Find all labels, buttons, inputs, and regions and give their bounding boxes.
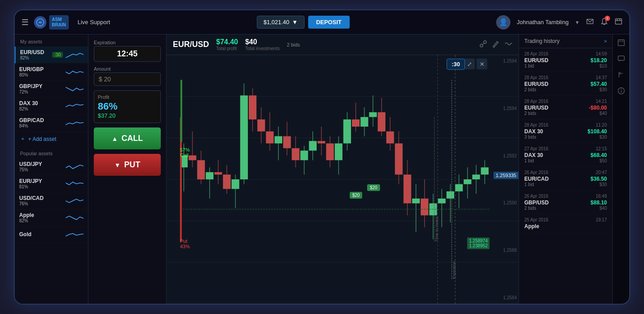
draw-icon[interactable] [492,40,500,50]
balance-value: $1,021.40 [263,19,289,25]
messages-icon[interactable] [586,17,594,27]
sidebar-item-eurgbp[interactable]: EUR/GBP 80% [15,64,88,81]
asset-info: Apple 82% [19,212,63,223]
history-time-val: 14:21 [596,99,607,104]
svg-line-8 [481,43,485,44]
asset-pct: 82% [20,55,52,60]
history-pair-7: Apple [524,223,539,229]
header-center: $1,021.40 ▼ DEPOSIT [110,16,496,29]
trading-history-link[interactable]: > [604,38,607,44]
asset-sparkline [66,212,84,223]
user-name[interactable]: Johnathan Tambling [517,19,569,25]
invest-price-1: 1.258974 [469,238,488,243]
calendar-icon[interactable] [618,39,625,48]
deposit-button[interactable]: DEPOSIT [308,16,350,29]
live-support-label[interactable]: Live Support [78,19,110,25]
svg-point-6 [480,44,483,47]
chart-canvas[interactable]: ⤢ ✕ :30 1.2594 1.2594 1.2592 1.2590 1.25… [167,55,519,304]
wave-icon[interactable] [504,40,512,50]
history-date-val: 28 Apr 2016 [524,75,548,80]
main: My assets EUR/USD 82% :30 EUR/GBP 80% [15,34,629,304]
asset-name: GBP/JPY [19,83,63,89]
trading-history-title: Trading history [524,38,560,44]
info-icon[interactable] [618,87,625,96]
notifications-icon[interactable]: 1 [600,17,608,27]
asset-pct: 75% [19,167,63,172]
history-bids-1: 2 bids [524,87,548,92]
sidebar: My assets EUR/USD 82% :30 EUR/GBP 80% [15,34,88,304]
expand-chart-button[interactable]: ⤢ [464,59,475,69]
sidebar-item-gbpjpy[interactable]: GBP/JPY 72% [15,81,88,98]
history-item-6: 26 Apr 2016 16:48 GBP/USD 2 bids $88.10 … [519,191,612,214]
svg-rect-10 [618,40,624,46]
asset-sparkline [66,229,84,240]
history-row-7: Apple [524,223,607,229]
total-investments-label: Total investments [245,46,280,51]
history-row-4: DAX 30 1 bid $68.40 $50 [524,152,607,163]
history-pair-1: EUR/USD [524,81,548,87]
history-date-4: 27 Apr 2016 12:15 [524,146,607,151]
sidebar-item-usdjpy[interactable]: USD/JPY 75% [15,158,88,175]
total-investments-value: $40 [245,38,280,46]
sidebar-item-dax30[interactable]: DAX 30 82% [15,98,88,115]
logo-icon [34,16,46,29]
chat-icon[interactable] [618,55,625,64]
history-row-5: EUR/CAD 1 bid $36.50 $30 [524,176,607,187]
sidebar-item-eurusd[interactable]: EUR/USD 82% :30 [15,47,88,64]
history-profit-0: $18.20 [590,57,607,64]
history-time-val: 16:48 [596,194,607,199]
sidebar-item-usdcad[interactable]: USD/CAD 76% [15,192,88,209]
sidebar-item-gbpcad[interactable]: GBP/CAD 84% [15,115,88,132]
history-pair-2: EUR/USD [524,105,548,111]
indicator-icon[interactable] [479,40,487,50]
call-button[interactable]: ▲ CALL [94,127,161,149]
amount-value: 20 [104,76,111,83]
asset-sparkline [66,178,84,189]
history-bids-4: 1 bid [524,158,543,163]
asset-info: Gold [19,231,63,238]
profile-icon[interactable] [615,17,623,27]
sidebar-item-apple[interactable]: Apple 82% [15,209,88,226]
flag-icon[interactable] [618,71,625,80]
asset-name: Apple [19,212,63,218]
history-row-6: GBP/USD 2 bids $88.10 $40 [524,199,607,211]
asset-name: EUR/JPY [19,178,63,184]
asset-pct: 81% [19,184,63,189]
history-time-val: 14:37 [596,75,607,80]
history-invest-2: $40 [589,111,607,116]
history-row-2: EUR/USD 2 bids -$80.00 $40 [524,105,607,116]
history-invest-4: $50 [590,158,607,163]
amount-input[interactable]: $ 20 [94,72,161,86]
history-date-val: 28 Apr 2016 [524,99,548,104]
hamburger-icon[interactable]: ☰ [21,17,29,27]
asset-info: GBP/JPY 72% [19,83,63,94]
history-item-5: 26 Apr 2016 20:47 EUR/CAD 1 bid $36.50 $… [519,167,612,191]
history-invest-5: $30 [590,182,607,187]
add-asset-icon: ＋ [20,135,25,143]
asset-sparkline [66,101,84,111]
profit-section: Profit 86% $37.20 [94,90,161,123]
asset-info: USD/JPY 75% [19,161,63,172]
call-arrow-icon: ▲ [112,135,118,142]
add-asset-label: + Add asset [28,136,56,142]
chart-meta-invest: $40 Total investments [245,38,280,51]
history-time-val: 14:59 [596,51,607,56]
history-invest-6: $40 [590,206,607,211]
close-chart-button[interactable]: ✕ [477,59,487,69]
popular-assets-title: Popular assets [15,146,88,158]
icon-bar [612,34,629,304]
sidebar-item-eurjpy[interactable]: EUR/JPY 81% [15,175,88,192]
put-button[interactable]: ▼ PUT [94,154,161,176]
balance-button[interactable]: $1,021.40 ▼ [257,16,305,29]
asset-sparkline [66,84,84,94]
add-asset-button[interactable]: ＋ + Add asset [15,132,88,146]
trading-history-header: Trading history > [519,34,612,48]
expiration-time[interactable]: 12:45 [94,46,161,62]
logo: ASMBRAIN [34,15,69,30]
chart-area: EUR/USD $74.40 Total profit $40 Total in… [167,34,519,304]
history-item-4: 27 Apr 2016 12:15 DAX 30 1 bid $68.40 $5… [519,143,612,167]
history-date-7: 25 Apr 2016 19:17 [524,217,607,222]
sidebar-item-gold[interactable]: Gold [15,226,88,243]
profit-label: Profit [98,94,157,100]
my-assets-title: My assets [15,34,88,47]
